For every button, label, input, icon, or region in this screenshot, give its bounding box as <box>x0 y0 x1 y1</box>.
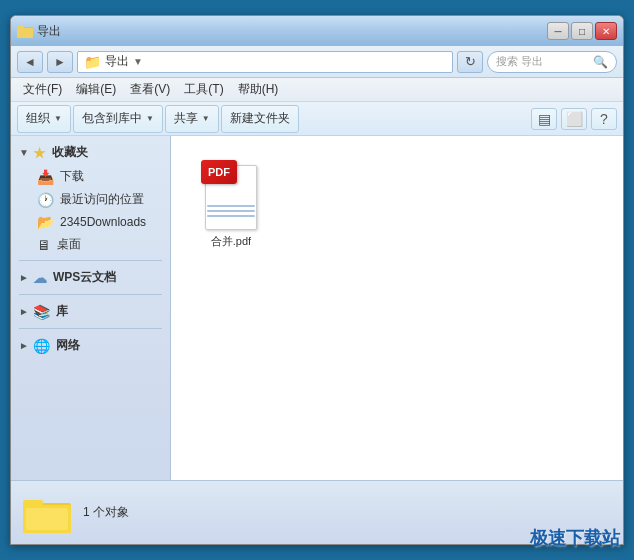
explorer-window: 导出 ─ □ ✕ ◄ ► 📁 导出 ▼ ↻ 搜索 导出 🔍 文件(F) 编辑(E… <box>10 15 624 545</box>
svg-rect-6 <box>26 508 68 530</box>
toolbar-right: ▤ ⬜ ? <box>531 108 617 130</box>
status-folder-icon <box>23 493 71 533</box>
help-button[interactable]: ? <box>591 108 617 130</box>
favorites-section: ▼ ★ 收藏夹 📥 下载 🕐 最近访问的位置 📂 2345Dow <box>11 140 170 256</box>
sidebar-item-recent[interactable]: 🕐 最近访问的位置 <box>15 188 170 211</box>
minimize-button[interactable]: ─ <box>547 22 569 40</box>
favorites-label: 收藏夹 <box>52 144 88 161</box>
search-box[interactable]: 搜索 导出 🔍 <box>487 51 617 73</box>
recent-icon: 🕐 <box>37 192 54 208</box>
organize-dropdown-arrow: ▼ <box>54 114 62 123</box>
sidebar-divider-1 <box>19 260 162 261</box>
sidebar-item-downloads[interactable]: 📥 下载 <box>15 165 170 188</box>
breadcrumb-path: 导出 <box>105 53 129 70</box>
menu-bar: 文件(F) 编辑(E) 查看(V) 工具(T) 帮助(H) <box>11 78 623 102</box>
sidebar-divider-2 <box>19 294 162 295</box>
view-toggle-button[interactable]: ▤ <box>531 108 557 130</box>
2345downloads-icon: 📂 <box>37 214 54 230</box>
search-placeholder: 搜索 导出 <box>496 54 589 69</box>
file-item-pdf[interactable]: PDF 合并.pdf <box>191 156 271 253</box>
organize-button[interactable]: 组织 ▼ <box>17 105 71 133</box>
network-expand-icon: ► <box>19 340 29 351</box>
library-label: 包含到库中 <box>82 110 142 127</box>
svg-rect-2 <box>17 28 33 38</box>
wps-expand-icon: ► <box>19 272 29 283</box>
downloads-icon: 📥 <box>37 169 54 185</box>
desktop-label: 桌面 <box>57 236 81 253</box>
new-folder-label: 新建文件夹 <box>230 110 290 127</box>
watermark: 极速下载站 <box>530 526 620 550</box>
favorites-expand-icon: ▼ <box>19 147 29 158</box>
favorites-header[interactable]: ▼ ★ 收藏夹 <box>11 140 170 165</box>
status-count: 1 个对象 <box>83 504 129 521</box>
recent-label: 最近访问的位置 <box>60 191 144 208</box>
library-button[interactable]: 包含到库中 ▼ <box>73 105 163 133</box>
network-section: ► 🌐 网络 <box>11 333 170 358</box>
pdf-line-3 <box>207 215 255 217</box>
window-title: 导出 <box>37 23 61 40</box>
pdf-line-1 <box>207 205 255 207</box>
title-icon <box>17 23 33 39</box>
title-bar: 导出 ─ □ ✕ <box>11 16 623 46</box>
breadcrumb-arrow-icon: ▼ <box>133 56 143 67</box>
title-bar-left: 导出 <box>17 23 61 40</box>
file-area: PDF 合并.pdf <box>171 136 623 480</box>
breadcrumb-box[interactable]: 📁 导出 ▼ <box>77 51 453 73</box>
wps-header[interactable]: ► ☁ WPS云文档 <box>11 265 170 290</box>
sidebar-item-2345downloads[interactable]: 📂 2345Downloads <box>15 211 170 233</box>
network-icon: 🌐 <box>33 338 50 354</box>
sidebar: ▼ ★ 收藏夹 📥 下载 🕐 最近访问的位置 📂 2345Dow <box>11 136 171 480</box>
library-expand-icon: ► <box>19 306 29 317</box>
share-button[interactable]: 共享 ▼ <box>165 105 219 133</box>
pdf-line-2 <box>207 210 255 212</box>
pane-toggle-button[interactable]: ⬜ <box>561 108 587 130</box>
forward-button[interactable]: ► <box>47 51 73 73</box>
downloads-label: 下载 <box>60 168 84 185</box>
content-area: ▼ ★ 收藏夹 📥 下载 🕐 最近访问的位置 📂 2345Dow <box>11 136 623 480</box>
sidebar-item-desktop[interactable]: 🖥 桌面 <box>15 233 170 256</box>
back-button[interactable]: ◄ <box>17 51 43 73</box>
file-grid: PDF 合并.pdf <box>181 146 613 263</box>
network-label: 网络 <box>56 337 80 354</box>
new-folder-button[interactable]: 新建文件夹 <box>221 105 299 133</box>
close-button[interactable]: ✕ <box>595 22 617 40</box>
menu-edit[interactable]: 编辑(E) <box>70 79 122 100</box>
library-section: ► 📚 库 <box>11 299 170 324</box>
library-icon: 📚 <box>33 304 50 320</box>
pdf-icon-container: PDF <box>201 160 261 230</box>
breadcrumb-folder-icon: 📁 <box>84 54 101 70</box>
menu-tools[interactable]: 工具(T) <box>178 79 229 100</box>
library-dropdown-arrow: ▼ <box>146 114 154 123</box>
favorites-star-icon: ★ <box>33 145 46 161</box>
pdf-doc-lines <box>207 205 255 220</box>
library-label: 库 <box>56 303 68 320</box>
wps-label: WPS云文档 <box>53 269 116 286</box>
maximize-button[interactable]: □ <box>571 22 593 40</box>
menu-view[interactable]: 查看(V) <box>124 79 176 100</box>
address-bar: ◄ ► 📁 导出 ▼ ↻ 搜索 导出 🔍 <box>11 46 623 78</box>
library-header[interactable]: ► 📚 库 <box>11 299 170 324</box>
favorites-items: 📥 下载 🕐 最近访问的位置 📂 2345Downloads 🖥 桌面 <box>11 165 170 256</box>
title-buttons: ─ □ ✕ <box>547 22 617 40</box>
share-label: 共享 <box>174 110 198 127</box>
refresh-button[interactable]: ↻ <box>457 51 483 73</box>
pdf-file-name: 合并.pdf <box>211 234 251 249</box>
network-header[interactable]: ► 🌐 网络 <box>11 333 170 358</box>
menu-file[interactable]: 文件(F) <box>17 79 68 100</box>
toolbar: 组织 ▼ 包含到库中 ▼ 共享 ▼ 新建文件夹 ▤ ⬜ ? <box>11 102 623 136</box>
organize-label: 组织 <box>26 110 50 127</box>
sidebar-divider-3 <box>19 328 162 329</box>
wps-cloud-icon: ☁ <box>33 270 47 286</box>
share-dropdown-arrow: ▼ <box>202 114 210 123</box>
2345downloads-label: 2345Downloads <box>60 215 146 229</box>
menu-help[interactable]: 帮助(H) <box>232 79 285 100</box>
pdf-badge: PDF <box>201 160 237 184</box>
desktop-icon: 🖥 <box>37 237 51 253</box>
search-icon: 🔍 <box>593 55 608 69</box>
wps-section: ► ☁ WPS云文档 <box>11 265 170 290</box>
